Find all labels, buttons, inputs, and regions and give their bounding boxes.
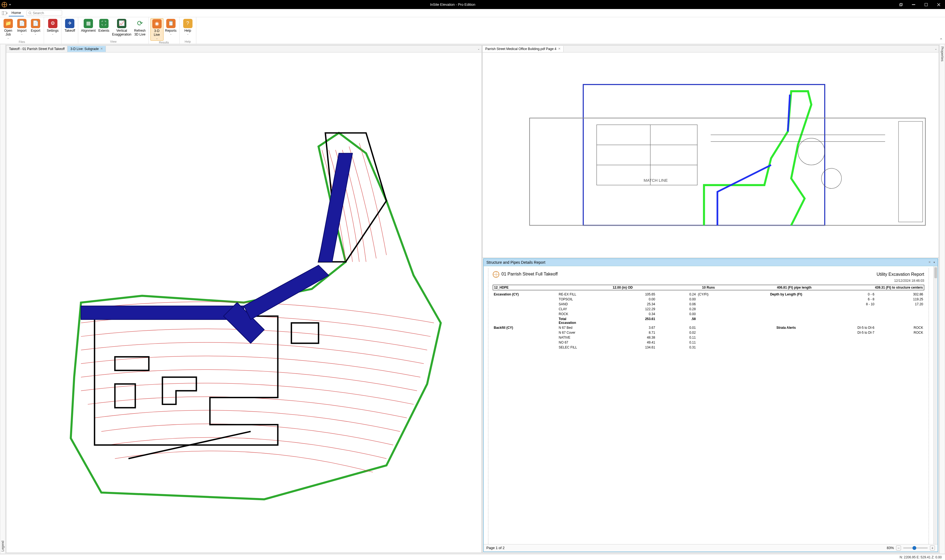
svg-rect-16 bbox=[597, 125, 697, 185]
ribbon: 📁Open Job⌄ 📄Import⌄ 📄Export⌄ Files ⚙Sett… bbox=[0, 17, 945, 44]
refresh-3d-button[interactable]: ⟳Refresh 3D Live bbox=[133, 18, 146, 40]
svg-rect-2 bbox=[912, 5, 915, 5]
tab-menu-icon[interactable]: ⌄ bbox=[934, 47, 937, 51]
open-job-button[interactable]: 📁Open Job⌄ bbox=[2, 18, 15, 40]
zoom-in-button[interactable]: + bbox=[930, 546, 935, 551]
svg-rect-11 bbox=[115, 384, 135, 408]
scroll-thumb[interactable] bbox=[934, 267, 937, 278]
workspace: Legend Takeoff - 01 Parrish Street Full … bbox=[0, 44, 945, 554]
report-section-header: 12_HDPE 12.00 (in) OD 10 Runs 406.81 (Ft… bbox=[493, 285, 924, 290]
tab-home[interactable]: Home bbox=[9, 9, 24, 16]
maximize-button[interactable] bbox=[920, 0, 933, 9]
chart-icon: 📈 bbox=[117, 19, 126, 28]
site-plan-drawing bbox=[6, 52, 481, 552]
svg-rect-10 bbox=[115, 357, 149, 371]
export-icon: 📄 bbox=[31, 19, 40, 28]
extents-button[interactable]: ⛶Extents bbox=[97, 18, 111, 40]
app-logo-icon bbox=[2, 2, 7, 8]
zoom-level: 83% bbox=[887, 546, 894, 550]
folder-icon: 📁 bbox=[3, 19, 13, 28]
svg-rect-6 bbox=[2, 11, 6, 15]
3d-live-button[interactable]: ◉3-D Live⌄ bbox=[150, 18, 163, 41]
right-tabstrip: Parrish Street Medical Office Building.p… bbox=[483, 45, 939, 52]
ribbon-group-results: Results bbox=[150, 41, 178, 45]
close-button[interactable] bbox=[933, 0, 945, 9]
vertical-scrollbar[interactable] bbox=[933, 266, 937, 544]
report-table: Excavation (CY) RE-EX FILL 105.65 0.24 (… bbox=[493, 292, 924, 350]
svg-rect-3 bbox=[925, 3, 928, 6]
left-tabstrip: Takeoff - 01 Parrish Street Full Takeoff… bbox=[6, 45, 481, 52]
coordinates-readout: N: 2206.95 E: 529.41 Z: 0.00 bbox=[900, 555, 942, 559]
svg-text:MATCH LINE: MATCH LINE bbox=[644, 178, 668, 183]
collapse-ribbon-icon[interactable]: ⌃ bbox=[939, 37, 943, 43]
help-button[interactable]: ?Help⌄ bbox=[181, 18, 194, 40]
target-icon bbox=[493, 271, 499, 278]
panel-menu-icon[interactable]: ▾ bbox=[934, 261, 935, 264]
settings-button[interactable]: ⚙Settings⌄ bbox=[46, 18, 60, 40]
3d-viewport[interactable] bbox=[6, 52, 481, 552]
legend-panel-tab[interactable]: Legend bbox=[0, 44, 5, 554]
pdf-plan-drawing: MATCH LINE bbox=[483, 52, 939, 257]
tab-3d-live[interactable]: 3-D Live: Subgrade✕ bbox=[68, 46, 106, 52]
tab-pdf-page[interactable]: Parrish Street Medical Office Building.p… bbox=[483, 46, 564, 52]
reports-button[interactable]: 📋Reports⌄ bbox=[164, 18, 178, 41]
svg-rect-0 bbox=[900, 4, 902, 6]
import-button[interactable]: 📄Import⌄ bbox=[15, 18, 28, 40]
report-job-title: 01 Parrish Street Full Takeoff bbox=[501, 272, 558, 276]
left-pane: Takeoff - 01 Parrish Street Full Takeoff… bbox=[6, 45, 482, 553]
report-body[interactable]: 01 Parrish Street Full Takeoff Utility E… bbox=[484, 266, 933, 544]
tab-takeoff[interactable]: Takeoff - 01 Parrish Street Full Takeoff bbox=[6, 46, 68, 52]
report-panel: Structure and Pipes Details Report ✕ ▾ 0… bbox=[483, 258, 938, 552]
zoom-out-button[interactable]: − bbox=[896, 546, 901, 551]
report-icon: 📋 bbox=[166, 19, 176, 28]
right-pane: Parrish Street Medical Office Building.p… bbox=[483, 45, 939, 553]
grid-icon: ▦ bbox=[84, 19, 93, 28]
report-datetime: 12/12/2024 18:46:03 bbox=[493, 279, 924, 283]
svg-point-20 bbox=[798, 138, 825, 165]
takeoff-button[interactable]: ✈Takeoff bbox=[63, 18, 76, 40]
close-icon[interactable]: ✕ bbox=[558, 47, 561, 51]
svg-rect-14 bbox=[529, 118, 925, 226]
svg-rect-15 bbox=[899, 122, 923, 222]
status-bar: N: 2206.95 E: 529.41 Z: 0.00 bbox=[0, 554, 945, 560]
plane-icon: ✈ bbox=[65, 19, 74, 28]
window-title: InSite Elevation - Pro Edition bbox=[11, 3, 895, 6]
report-panel-header[interactable]: Structure and Pipes Details Report ✕ ▾ bbox=[484, 259, 937, 266]
report-type-title: Utility Excavation Report bbox=[877, 272, 924, 277]
close-icon[interactable]: ✕ bbox=[100, 47, 103, 51]
ribbon-group-files: Files bbox=[2, 40, 42, 44]
restore-down-icon[interactable] bbox=[895, 0, 907, 9]
page-indicator: Page 1 of 2 bbox=[486, 546, 505, 550]
refresh-icon: ⟳ bbox=[136, 19, 145, 28]
export-button[interactable]: 📄Export⌄ bbox=[29, 18, 42, 40]
import-icon: 📄 bbox=[17, 19, 26, 28]
search-placeholder: Search bbox=[33, 11, 44, 15]
gear-icon: ⚙ bbox=[48, 19, 57, 28]
minimize-button[interactable] bbox=[907, 0, 920, 9]
zoom-slider-thumb[interactable] bbox=[913, 546, 916, 550]
close-icon[interactable]: ✕ bbox=[928, 260, 931, 264]
tab-menu-icon[interactable]: ⌄ bbox=[478, 47, 480, 51]
svg-point-8 bbox=[29, 12, 31, 14]
svg-rect-1 bbox=[900, 3, 902, 5]
zoom-slider[interactable] bbox=[903, 548, 928, 549]
pdf-viewport[interactable]: MATCH LINE bbox=[483, 52, 939, 257]
svg-line-9 bbox=[31, 14, 31, 14]
report-panel-title: Structure and Pipes Details Report bbox=[486, 260, 546, 265]
help-icon: ? bbox=[183, 19, 193, 28]
search-input[interactable]: Search bbox=[26, 10, 62, 16]
properties-panel-tab[interactable]: Properties bbox=[940, 44, 945, 554]
menu-bar: ▾ Home Search bbox=[0, 9, 945, 17]
ribbon-group-view: View bbox=[80, 40, 146, 44]
vertical-exaggeration-button[interactable]: 📈Vertical Exaggeration bbox=[111, 18, 133, 40]
extents-icon: ⛶ bbox=[99, 19, 109, 28]
alignment-button[interactable]: ▦Alignment bbox=[80, 18, 97, 40]
title-bar: ▾ InSite Elevation - Pro Edition bbox=[0, 0, 945, 9]
ribbon-group-help: Help bbox=[181, 40, 194, 44]
report-footer: Page 1 of 2 83% − + bbox=[484, 544, 937, 552]
cube-icon: ◉ bbox=[152, 19, 162, 28]
panel-layout-icon[interactable]: ▾ bbox=[2, 10, 8, 16]
search-icon bbox=[28, 11, 32, 15]
